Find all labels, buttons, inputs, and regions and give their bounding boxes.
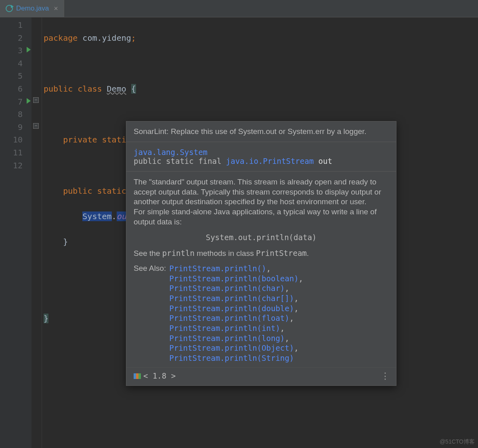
code-line: public class Demo { <box>44 83 478 96</box>
line-number: 10 <box>0 134 23 147</box>
line-number: 12 <box>0 159 23 172</box>
see-also-link[interactable]: PrintStream.println(String) <box>169 354 294 362</box>
code-line <box>44 108 478 121</box>
fold-toggle-icon[interactable]: − <box>33 123 39 129</box>
jdk-version-selector[interactable]: < 1.8 > <box>134 371 176 381</box>
see-also-link[interactable]: PrintStream.println(float) <box>169 314 289 322</box>
line-number: 6 <box>0 83 23 96</box>
code-line <box>44 57 478 70</box>
line-number: 4 <box>0 57 23 70</box>
run-gutter-icon[interactable] <box>27 47 31 52</box>
see-also-link[interactable]: PrintStream.println() <box>169 264 266 273</box>
line-number-gutter[interactable]: 1 2 3 4 5 6 7 8 9 10 11 12 <box>0 17 31 448</box>
see-also-link[interactable]: PrintStream.println(int) <box>169 324 280 333</box>
tab-filename: Demo.java <box>16 4 49 13</box>
java-class-icon <box>6 5 13 12</box>
fold-toggle-icon[interactable]: − <box>33 97 39 103</box>
run-gutter-icon[interactable] <box>27 98 31 104</box>
line-number: 1 <box>0 19 23 32</box>
see-also-link[interactable]: PrintStream.println(boolean) <box>169 274 298 283</box>
lint-message: SonarLint: Replace this use of System.ou… <box>126 121 396 142</box>
watermark: @51CTO博客 <box>440 438 475 446</box>
type-link[interactable]: java.io.PrintStream <box>226 157 314 165</box>
see-also-link[interactable]: PrintStream.println(Object) <box>169 343 294 352</box>
line-number: 3 <box>0 44 23 57</box>
bars-icon <box>134 373 141 379</box>
line-number: 7 <box>0 96 23 109</box>
more-icon[interactable]: ⋮ <box>381 371 389 381</box>
see-also-link[interactable]: PrintStream.println(long) <box>169 334 285 343</box>
code-line: package com.yideng; <box>44 32 478 45</box>
close-icon[interactable]: × <box>52 4 60 13</box>
line-number: 11 <box>0 147 23 159</box>
line-number: 5 <box>0 70 23 83</box>
doc-code-sample: System.out.println(data) <box>134 227 389 248</box>
line-number: 9 <box>0 121 23 134</box>
doc-body: The "standard" output stream. This strea… <box>126 172 396 367</box>
fold-gutter[interactable]: − − <box>31 17 42 448</box>
doc-paragraph: For simple stand-alone Java applications… <box>134 207 389 227</box>
see-also-list: PrintStream.println(), PrintStream.print… <box>169 264 303 363</box>
see-also-link[interactable]: PrintStream.println(char) <box>169 284 285 293</box>
owner-class-link[interactable]: java.lang.System <box>134 148 208 157</box>
line-number: 2 <box>0 32 23 45</box>
tab-bar: Demo.java × <box>0 0 478 17</box>
editor-tab[interactable]: Demo.java × <box>0 0 64 17</box>
doc-signature: java.lang.System public static final jav… <box>126 142 396 172</box>
doc-paragraph: The "standard" output stream. This strea… <box>134 177 389 207</box>
doc-paragraph: See the println methods in class PrintSt… <box>134 248 389 259</box>
see-also-link[interactable]: PrintStream.println(double) <box>169 304 294 313</box>
quick-doc-popup[interactable]: SonarLint: Replace this use of System.ou… <box>126 121 396 386</box>
see-also-label: See Also: <box>134 264 169 363</box>
line-number: 8 <box>0 108 23 121</box>
doc-footer: < 1.8 > ⋮ <box>126 367 396 385</box>
see-also-link[interactable]: PrintStream.println(char[]) <box>169 294 294 303</box>
